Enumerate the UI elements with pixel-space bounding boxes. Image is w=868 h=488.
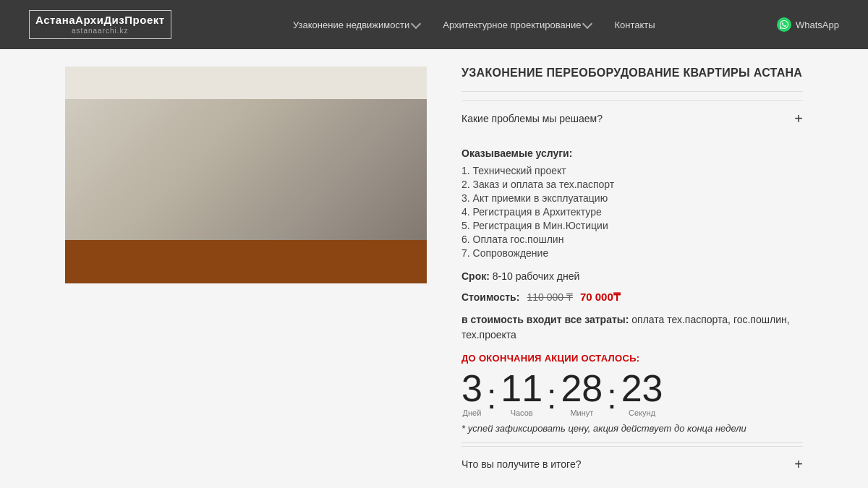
svg-marker-37 (237, 92, 255, 106)
svg-point-13 (181, 236, 210, 244)
accordion-problems-header[interactable]: Какие проблемы мы решаем? + (461, 111, 803, 126)
promo-note: * успей зафиксировать цену, акция действ… (461, 423, 803, 434)
countdown-seconds-label: Секунд (629, 408, 655, 417)
svg-rect-41 (87, 110, 130, 160)
accordion-problems-title: Какие проблемы мы решаем? (461, 113, 603, 124)
divider-1 (461, 91, 803, 92)
countdown-separator-3: : (607, 380, 616, 417)
countdown-minutes-label: Минут (570, 408, 593, 417)
term-value: 8-10 рабочих дней (493, 270, 580, 282)
countdown-hours-label: Часов (511, 408, 533, 417)
accordion-result-header[interactable]: Что вы получите в итоге? + (461, 457, 803, 471)
term-row: Срок: 8-10 рабочих дней (461, 270, 803, 282)
svg-rect-0 (65, 67, 427, 283)
svg-rect-25 (354, 106, 420, 211)
expand-icon: + (794, 111, 803, 126)
svg-rect-31 (65, 164, 242, 186)
service-item: 3. Акт приемки в эксплуатацию (461, 192, 803, 204)
svg-marker-35 (177, 95, 199, 110)
svg-rect-26 (358, 110, 416, 157)
svg-rect-12 (190, 211, 201, 240)
kitchen-image (65, 67, 427, 283)
svg-rect-20 (65, 106, 152, 164)
svg-rect-24 (340, 171, 427, 215)
header: АстанаАрхиДизПроект astanaarchi.kz Узако… (0, 0, 868, 49)
countdown-minutes: 28 Минут (561, 369, 603, 417)
divider-2 (461, 442, 803, 443)
included-label: в стоимость входит все затраты: (461, 314, 629, 325)
svg-rect-27 (358, 160, 416, 207)
countdown-days: 3 Дней (461, 369, 482, 417)
content-section: УЗАКОНЕНИЕ ПЕРЕОБОРУДОВАНИЕ КВАРТИРЫ АСТ… (461, 67, 803, 481)
logo-line1: АстанаАрхиДизПроект (35, 14, 165, 27)
service-item: 4. Регистрация в Архитектуре (461, 206, 803, 218)
svg-point-14 (228, 204, 264, 215)
countdown: 3 Дней : 11 Часов : 28 Минут : 23 Секунд (461, 369, 803, 417)
service-item: 7. Сопровождение (461, 247, 803, 259)
countdown-separator-1: : (487, 380, 496, 417)
svg-rect-2 (65, 67, 427, 211)
countdown-days-label: Дней (463, 408, 482, 417)
chevron-down-icon (411, 18, 421, 28)
accordion-result-title: Что вы получите в итоге? (461, 458, 581, 470)
term-label: Срок: (461, 270, 490, 282)
price-old: 110 000 ₸ (527, 291, 573, 303)
svg-rect-30 (246, 106, 333, 186)
main-content: УЗАКОНЕНИЕ ПЕРЕОБОРУДОВАНИЕ КВАРТИРЫ АСТ… (36, 49, 832, 488)
countdown-days-number: 3 (461, 369, 482, 407)
svg-point-38 (188, 182, 210, 188)
main-nav: Узаконение недвижимости Архитектурное пр… (293, 20, 655, 30)
expand-icon-2: + (794, 457, 803, 471)
whatsapp-icon (777, 17, 791, 32)
svg-rect-9 (137, 186, 354, 215)
services-title: Оказываемые услуги: (461, 147, 803, 159)
countdown-hours: 11 Часов (501, 369, 542, 417)
countdown-separator-2: : (547, 380, 556, 417)
svg-rect-40 (65, 171, 130, 215)
countdown-hours-number: 11 (501, 369, 542, 407)
service-item: 2. Заказ и оплата за тех.паспорт (461, 179, 803, 190)
svg-rect-23 (340, 106, 427, 164)
logo-line2: astanaarchi.kz (35, 27, 165, 35)
svg-point-16 (231, 236, 260, 244)
service-item: 5. Регистрация в Мин.Юстиции (461, 220, 803, 231)
svg-rect-21 (156, 106, 242, 164)
included-row: в стоимость входит все затраты: оплата т… (461, 312, 803, 343)
svg-rect-29 (398, 179, 401, 189)
promo-label: ДО ОКОНЧАНИЯ АКЦИИ ОСТАЛОСЬ: (461, 353, 803, 364)
svg-point-39 (213, 182, 235, 188)
whatsapp-label: WhatsApp (796, 20, 839, 30)
svg-rect-22 (65, 186, 137, 215)
service-item: 6. Оплата гос.пошлин (461, 234, 803, 245)
cost-label: Стоимость: (461, 291, 519, 303)
countdown-minutes-number: 28 (561, 369, 603, 407)
countdown-seconds-number: 23 (621, 369, 663, 407)
price-new: 70 000₸ (580, 291, 621, 304)
price-row: Стоимость: 110 000 ₸ 70 000₸ (461, 291, 803, 304)
services-section: Оказываемые услуги: 1. Технический проек… (461, 147, 803, 259)
accordion-problems[interactable]: Какие проблемы мы решаем? + (461, 100, 803, 136)
svg-marker-33 (257, 81, 329, 106)
svg-point-19 (282, 236, 311, 244)
chevron-down-icon (582, 18, 592, 28)
svg-rect-1 (65, 67, 427, 103)
svg-rect-15 (240, 210, 252, 240)
page-title: УЗАКОНЕНИЕ ПЕРЕОБОРУДОВАНИЕ КВАРТИРЫ АСТ… (461, 67, 803, 80)
svg-rect-18 (291, 211, 302, 240)
svg-rect-32 (242, 164, 336, 186)
svg-rect-3 (65, 211, 427, 283)
svg-rect-10 (145, 215, 347, 258)
accordion-result[interactable]: Что вы получите в итоге? + (461, 446, 803, 481)
service-item: 1. Технический проект (461, 165, 803, 176)
logo[interactable]: АстанаАрхиДизПроект astanaarchi.kz (29, 10, 171, 39)
nav-item-contacts[interactable]: Контакты (614, 20, 655, 30)
nav-item-uzakonenie[interactable]: Узаконение недвижимости (293, 20, 420, 30)
svg-point-17 (278, 205, 315, 217)
countdown-seconds: 23 Секунд (621, 369, 663, 417)
property-image-container (65, 67, 427, 283)
svg-point-11 (177, 205, 213, 217)
nav-item-architecture[interactable]: Архитектурное проектирование (443, 20, 591, 30)
svg-rect-28 (398, 132, 401, 142)
whatsapp-button[interactable]: WhatsApp (777, 17, 839, 32)
